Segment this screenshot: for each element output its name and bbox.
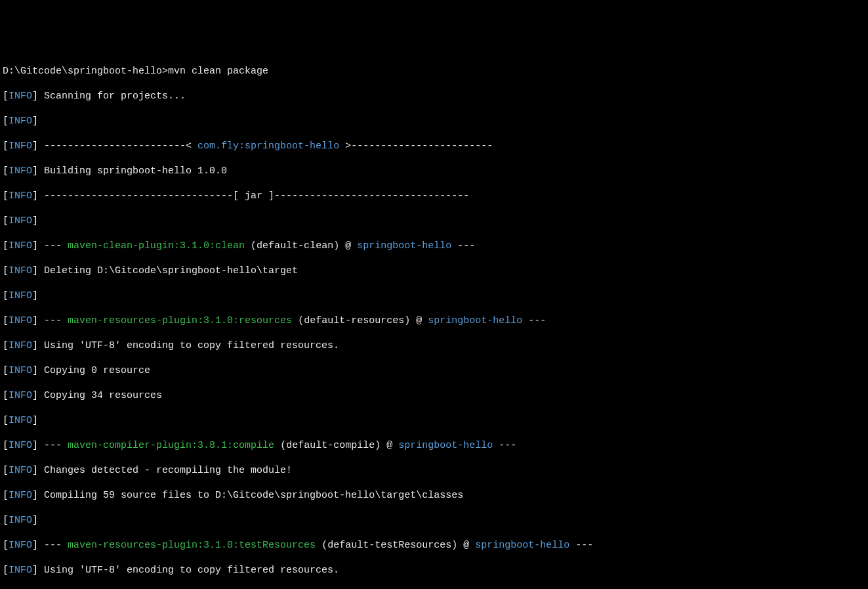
log-line: [INFO] Using 'UTF-8' encoding to copy fi…: [3, 339, 865, 352]
info-tag: INFO: [9, 440, 32, 451]
log-line: [INFO]: [3, 290, 865, 302]
log-line: [INFO] Deleting D:\Gitcode\springboot-he…: [3, 265, 865, 277]
info-tag: INFO: [9, 290, 32, 301]
prompt-line: D:\Gitcode\springboot-hello>mvn clean pa…: [3, 65, 865, 77]
log-line: [INFO] --- maven-resources-plugin:3.1.0:…: [3, 539, 865, 552]
info-tag: INFO: [9, 565, 32, 576]
log-line: [INFO] --- maven-compiler-plugin:3.8.1:c…: [3, 439, 865, 452]
info-tag: INFO: [9, 116, 32, 127]
log-line: [INFO]: [3, 414, 865, 427]
log-line: [INFO] Copying 34 resources: [3, 389, 865, 402]
info-tag: INFO: [9, 315, 32, 326]
info-tag: INFO: [9, 540, 32, 551]
log-line: [INFO] Copying 0 resource: [3, 364, 865, 377]
plugin-name: maven-compiler-plugin:3.8.1:compile: [68, 440, 274, 451]
info-tag: INFO: [9, 165, 32, 177]
plugin-name: maven-resources-plugin:3.1.0:resources: [68, 315, 292, 326]
info-tag: INFO: [9, 141, 32, 152]
info-tag: INFO: [9, 415, 32, 426]
log-line: [INFO]: [3, 215, 865, 227]
artifact-name: springboot-hello: [398, 440, 493, 451]
log-line: [INFO] --- maven-clean-plugin:3.1.0:clea…: [3, 240, 865, 252]
info-tag: INFO: [9, 490, 32, 501]
info-tag: INFO: [9, 91, 32, 102]
log-line: [INFO] --- maven-resources-plugin:3.1.0:…: [3, 315, 865, 327]
log-line: [INFO] Using 'UTF-8' encoding to copy fi…: [3, 564, 865, 577]
info-tag: INFO: [9, 390, 32, 401]
info-tag: INFO: [9, 340, 32, 351]
log-line: [INFO] Scanning for projects...: [3, 90, 865, 102]
info-tag: INFO: [9, 215, 32, 227]
artifact-name: springboot-hello: [428, 315, 522, 326]
log-line: [INFO] --------------------------------[…: [3, 190, 865, 202]
log-line: [INFO] Changes detected - recompiling th…: [3, 464, 865, 477]
project-id: com.fly:springboot-hello: [197, 141, 339, 152]
info-tag: INFO: [9, 365, 32, 376]
info-tag: INFO: [9, 240, 32, 251]
info-tag: INFO: [9, 465, 32, 476]
plugin-name: maven-resources-plugin:3.1.0:testResourc…: [68, 540, 316, 551]
artifact-name: springboot-hello: [475, 540, 569, 551]
artifact-name: springboot-hello: [357, 240, 451, 251]
plugin-name: maven-clean-plugin:3.1.0:clean: [68, 240, 245, 251]
info-tag: INFO: [9, 190, 32, 202]
log-line: [INFO] Compiling 59 source files to D:\G…: [3, 489, 865, 502]
terminal-output: D:\Gitcode\springboot-hello>mvn clean pa…: [3, 53, 865, 589]
log-line: [INFO]: [3, 514, 865, 527]
info-tag: INFO: [9, 265, 32, 276]
info-tag: INFO: [9, 515, 32, 526]
log-line: [INFO] Building springboot-hello 1.0.0: [3, 165, 865, 177]
log-line: [INFO]: [3, 115, 865, 127]
log-line: [INFO] ------------------------< com.fly…: [3, 140, 865, 152]
